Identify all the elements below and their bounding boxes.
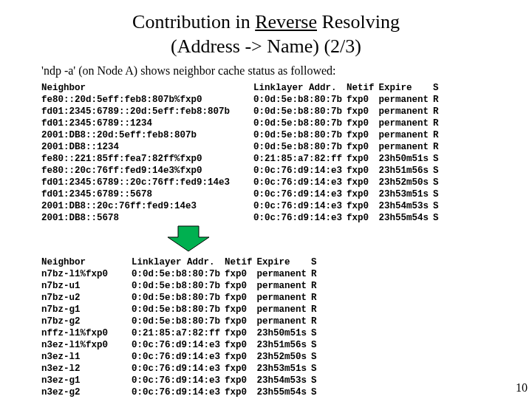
cell: S xyxy=(311,327,321,339)
cell: 0:21:85:a7:82:ff xyxy=(112,327,225,339)
cell: fe80::221:85ff:fea7:82ff%fxp0 xyxy=(41,153,234,165)
cell: 2001:DB8::20d:5eff:feb8:807b xyxy=(41,129,234,141)
cell: R xyxy=(433,129,443,141)
cell: 2001:DB8::20c:76ff:fed9:14e3 xyxy=(41,200,234,212)
table-row: fd01:2345:6789::20c:76ff:fed9:14e30:0c:7… xyxy=(41,177,443,188)
cell: R xyxy=(311,292,321,304)
cell: fxp0 xyxy=(225,280,257,292)
cell: 0:0c:76:d9:14:e3 xyxy=(112,351,225,363)
table-row: n3ez-l20:0c:76:d9:14:e3fxp023h53m51sS xyxy=(41,363,321,375)
table-row: 2001:DB8::56780:0c:76:d9:14:e3fxp023h55m… xyxy=(41,212,443,224)
table-row: fe80::20c:76ff:fed9:14e3%fxp00:0c:76:d9:… xyxy=(41,165,443,177)
cell: fxp0 xyxy=(347,141,379,153)
cell: fd01:2345:6789::1234 xyxy=(41,117,234,129)
cell: permanent xyxy=(379,117,434,129)
cell: fxp0 xyxy=(225,304,257,316)
page-number: 10 xyxy=(516,381,528,395)
cell: permanent xyxy=(257,304,312,316)
title-pre: Contribution in xyxy=(132,11,255,33)
cell: fxp0 xyxy=(225,268,257,280)
cell: 2001:DB8::5678 xyxy=(41,212,234,224)
col-neighbor: Neighbor xyxy=(41,256,112,268)
tables-container: Neighbor Linklayer Addr. Netif Expire S … xyxy=(0,82,532,398)
cell: 23h53m51s xyxy=(379,188,434,200)
cell: 0:0d:5e:b8:80:7b xyxy=(234,94,347,106)
cell: n7bz-u1 xyxy=(41,280,112,292)
cell: fxp0 xyxy=(347,153,379,165)
ndp-table-after: Neighbor Linklayer Addr. Netif Expire S … xyxy=(41,256,321,398)
cell: R xyxy=(311,316,321,327)
cell: n3ez-l1%fxp0 xyxy=(41,339,112,351)
table-row: n3ez-l1%fxp00:0c:76:d9:14:e3fxp023h51m56… xyxy=(41,339,321,351)
table-row: 2001:DB8::20d:5eff:feb8:807b0:0d:5e:b8:8… xyxy=(41,129,443,141)
cell: 0:0c:76:d9:14:e3 xyxy=(234,188,347,200)
cell: 23h54m53s xyxy=(379,200,434,212)
cell: fxp0 xyxy=(347,177,379,188)
cell: fxp0 xyxy=(225,316,257,327)
cell: 0:0c:76:d9:14:e3 xyxy=(234,177,347,188)
table-row: n3ez-g20:0c:76:d9:14:e3fxp023h55m54sS xyxy=(41,386,321,398)
cell: 23h55m54s xyxy=(257,386,312,398)
title-underline: Reverse xyxy=(255,11,317,33)
down-arrow-icon xyxy=(167,225,210,252)
cell: S xyxy=(311,351,321,363)
cell: n3ez-g2 xyxy=(41,386,112,398)
cell: 23h54m53s xyxy=(257,375,312,386)
table-row: n7bz-u20:0d:5e:b8:80:7bfxp0permanentR xyxy=(41,292,321,304)
cell: permanent xyxy=(257,268,312,280)
cell: 0:0d:5e:b8:80:7b xyxy=(112,316,225,327)
table-row: n7bz-u10:0d:5e:b8:80:7bfxp0permanentR xyxy=(41,280,321,292)
cell: fxp0 xyxy=(347,212,379,224)
col-expire: Expire xyxy=(257,256,312,268)
col-expire: Expire xyxy=(379,82,434,94)
cell: 23h50m51s xyxy=(257,327,312,339)
table-header-row: Neighbor Linklayer Addr. Netif Expire S xyxy=(41,82,443,94)
cell: fd01:2345:6789::20c:76ff:fed9:14e3 xyxy=(41,177,234,188)
table-row: 2001:DB8::20c:76ff:fed9:14e30:0c:76:d9:1… xyxy=(41,200,443,212)
cell: R xyxy=(311,304,321,316)
table-header-row: Neighbor Linklayer Addr. Netif Expire S xyxy=(41,256,321,268)
cell: n3ez-l2 xyxy=(41,363,112,375)
cell: n7bz-l1%fxp0 xyxy=(41,268,112,280)
cell: 0:0d:5e:b8:80:7b xyxy=(234,106,347,117)
cell: nffz-l1%fxp0 xyxy=(41,327,112,339)
cell: permanent xyxy=(379,106,434,117)
cell: fxp0 xyxy=(347,165,379,177)
table-row: fd01:2345:6789::12340:0d:5e:b8:80:7bfxp0… xyxy=(41,117,443,129)
cell: R xyxy=(433,106,443,117)
table-row: nffz-l1%fxp00:21:85:a7:82:fffxp023h50m51… xyxy=(41,327,321,339)
col-linklayer: Linklayer Addr. xyxy=(234,82,347,94)
cell: S xyxy=(311,339,321,351)
cell: S xyxy=(433,165,443,177)
cell: n7bz-u2 xyxy=(41,292,112,304)
cell: R xyxy=(433,141,443,153)
cell: 0:0c:76:d9:14:e3 xyxy=(112,363,225,375)
cell: 0:0c:76:d9:14:e3 xyxy=(234,212,347,224)
cell: R xyxy=(311,268,321,280)
cell: fxp0 xyxy=(225,339,257,351)
cell: fxp0 xyxy=(347,117,379,129)
title-post: Resolving xyxy=(317,11,400,33)
title-line2: (Address -> Name) (2/3) xyxy=(171,35,361,57)
arrow-wrap xyxy=(41,224,532,256)
cell: 0:0d:5e:b8:80:7b xyxy=(234,141,347,153)
cell: S xyxy=(433,212,443,224)
cell: fxp0 xyxy=(347,106,379,117)
cell: n7bz-g2 xyxy=(41,316,112,327)
col-neighbor: Neighbor xyxy=(41,82,234,94)
table-row: fe80::221:85ff:fea7:82ff%fxp00:21:85:a7:… xyxy=(41,153,443,165)
cell: S xyxy=(311,386,321,398)
cell: n7bz-g1 xyxy=(41,304,112,316)
cell: S xyxy=(433,200,443,212)
cell: permanent xyxy=(379,94,434,106)
svg-marker-0 xyxy=(168,226,209,251)
slide: Contribution in Reverse Resolving (Addre… xyxy=(0,0,532,399)
cell: fxp0 xyxy=(347,200,379,212)
cell: R xyxy=(311,280,321,292)
table-row: n3ez-l10:0c:76:d9:14:e3fxp023h52m50sS xyxy=(41,351,321,363)
cell: 23h51m56s xyxy=(257,339,312,351)
col-netif: Netif xyxy=(347,82,379,94)
table-row: n7bz-l1%fxp00:0d:5e:b8:80:7bfxp0permanen… xyxy=(41,268,321,280)
cell: 0:0c:76:d9:14:e3 xyxy=(234,165,347,177)
cell: n3ez-g1 xyxy=(41,375,112,386)
